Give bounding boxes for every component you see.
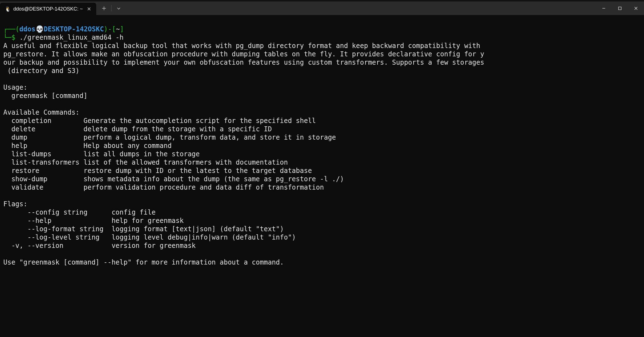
help-footer: Use "greenmask [command] --help" for mor… [3, 258, 284, 266]
window-close-button[interactable] [628, 2, 644, 15]
close-tab-button[interactable] [86, 6, 92, 12]
tab-actions [98, 2, 124, 15]
minimize-button[interactable] [596, 2, 612, 15]
flags-header: Flags: [3, 200, 27, 208]
tux-icon: 🐧 [5, 6, 11, 12]
tab-separator [111, 5, 111, 11]
prompt-user: ddos [19, 25, 36, 33]
maximize-button[interactable] [612, 2, 628, 15]
command-text: ./greenmask_linux_amd64 -h [19, 34, 124, 41]
commands-header: Available Commands: [3, 109, 80, 116]
usage-header: Usage: [3, 84, 27, 91]
flags-list: --config string config file --help help … [3, 208, 296, 250]
skull-icon: 💀 [36, 25, 44, 33]
prompt-path: ~ [116, 25, 120, 33]
svg-rect-0 [618, 7, 621, 10]
usage-line: greenmask [command] [3, 92, 87, 100]
help-description: A useful and flexible logical backup too… [3, 42, 484, 75]
terminal-tab[interactable]: 🐧 ddos@DESKTOP-142OSKC: ~ [0, 3, 96, 15]
terminal-output[interactable]: ┌──(ddos💀DESKTOP-142OSKC)-[~] └─$ ./gree… [0, 15, 644, 270]
tab-title: ddos@DESKTOP-142OSKC: ~ [13, 6, 83, 12]
new-tab-button[interactable] [98, 3, 110, 14]
window-controls [596, 2, 644, 15]
prompt-host: DESKTOP-142OSKC [44, 25, 104, 33]
title-bar: 🐧 ddos@DESKTOP-142OSKC: ~ [0, 2, 644, 15]
commands-list: completion Generate the autocompletion s… [3, 117, 344, 191]
prompt-dollar: $ [11, 34, 15, 41]
tab-dropdown-button[interactable] [113, 3, 124, 14]
